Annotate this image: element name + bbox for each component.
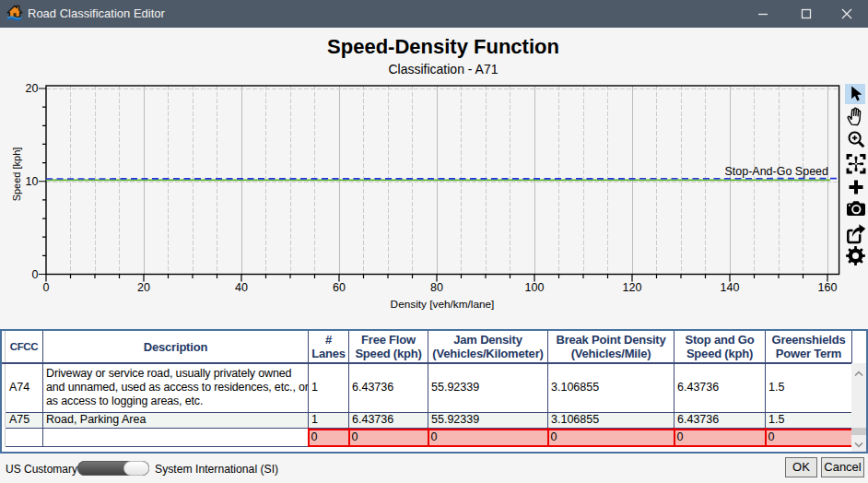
svg-text:Density [veh/km/lane]: Density [veh/km/lane] bbox=[391, 298, 495, 311]
svg-text:100: 100 bbox=[525, 281, 545, 294]
svg-text:60: 60 bbox=[333, 281, 346, 294]
svg-text:140: 140 bbox=[721, 281, 740, 294]
svg-text:Stop-And-Go Speed: Stop-And-Go Speed bbox=[724, 165, 828, 178]
svg-text:20: 20 bbox=[26, 82, 39, 95]
svg-text:Speed [kph]: Speed [kph] bbox=[11, 147, 22, 202]
svg-text:0: 0 bbox=[43, 281, 50, 294]
svg-text:0: 0 bbox=[32, 268, 39, 281]
svg-text:120: 120 bbox=[623, 281, 642, 294]
svg-text:160: 160 bbox=[818, 281, 838, 294]
svg-text:80: 80 bbox=[430, 281, 443, 294]
svg-text:40: 40 bbox=[235, 281, 248, 294]
svg-text:20: 20 bbox=[137, 281, 150, 294]
svg-text:10: 10 bbox=[26, 175, 39, 188]
